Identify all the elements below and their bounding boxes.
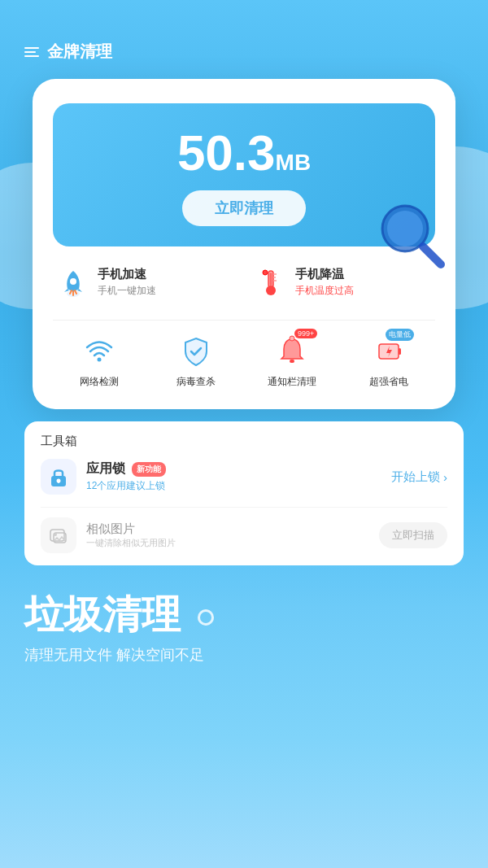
app-title: 金牌清理 [47, 41, 112, 63]
svg-line-2 [423, 246, 441, 264]
toolbox-section: 工具箱 应用锁 新功能 12个应用建议上锁 开始上锁 › [24, 421, 464, 565]
applock-action-label: 开始上锁 [391, 469, 440, 485]
applock-action[interactable]: 开始上锁 › [391, 469, 447, 485]
svg-rect-22 [58, 481, 59, 483]
svg-point-15 [97, 358, 101, 362]
svg-point-9 [266, 286, 276, 295]
menu-icon[interactable] [24, 47, 39, 57]
hero-subtitle: 清理无用文件 解决空间不足 [24, 645, 464, 665]
clean-button[interactable]: 立即清理 [182, 190, 306, 226]
chevron-right-icon: › [443, 470, 447, 484]
card-top-section: 50.3MB 立即清理 [53, 103, 435, 246]
applock-row: 应用锁 新功能 12个应用建议上锁 开始上锁 › [41, 459, 447, 495]
svg-point-1 [387, 211, 423, 246]
thermometer-icon [255, 267, 287, 299]
feature-boost-subtitle: 手机一键加速 [98, 284, 156, 298]
tool-network-label: 网络检测 [80, 375, 119, 389]
svg-rect-16 [290, 360, 294, 363]
svg-rect-19 [399, 348, 401, 355]
svg-point-17 [290, 336, 294, 341]
main-card-wrapper: 50.3MB 立即清理 [0, 79, 488, 409]
tools-row: 网络检测 病毒查杀 [53, 333, 435, 389]
hero-section: 垃圾清理 清理无用文件 解决空间不足 [0, 565, 488, 689]
memory-value: 50.3 [177, 124, 276, 181]
tool-notification-label: 通知栏清理 [268, 375, 316, 389]
applock-new-badge: 新功能 [132, 462, 166, 477]
similar-text: 相似图片 一键清除相似无用图片 [86, 521, 176, 549]
feature-boost-text: 手机加速 手机一键加速 [98, 267, 156, 298]
svg-point-14 [263, 270, 268, 275]
battery-icon: 电量低 [370, 333, 407, 370]
feature-boost-title: 手机加速 [98, 267, 156, 282]
tool-network[interactable]: 网络检测 [53, 333, 146, 389]
bell-icon: 999+ [273, 333, 311, 370]
memory-unit: MB [276, 150, 312, 175]
shield-icon [177, 333, 215, 370]
tool-virus[interactable]: 病毒查杀 [150, 333, 242, 389]
rocket-icon [57, 267, 89, 299]
tool-power-label: 超强省电 [369, 375, 408, 389]
magnifier-icon [374, 198, 447, 271]
applock-title: 应用锁 新功能 [86, 460, 166, 478]
memory-display: 50.3MB [69, 128, 419, 178]
similar-title: 相似图片 [86, 521, 176, 537]
applock-text: 应用锁 新功能 12个应用建议上锁 [86, 460, 166, 493]
main-card: 50.3MB 立即清理 [33, 79, 455, 409]
applock-subtitle: 12个应用建议上锁 [86, 479, 166, 493]
hero-dot-decoration [198, 609, 214, 626]
similar-subtitle: 一键清除相似无用图片 [86, 537, 176, 549]
tool-virus-label: 病毒查杀 [176, 375, 216, 389]
similar-left: 相似图片 一键清除相似无用图片 [41, 517, 176, 553]
feature-cool-text: 手机降温 手机温度过高 [295, 267, 354, 298]
svg-rect-10 [269, 273, 272, 286]
svg-rect-23 [50, 530, 64, 541]
similar-images-row: 相似图片 一键清除相似无用图片 立即扫描 [41, 507, 447, 553]
notification-badge: 999+ [294, 329, 317, 338]
hero-title: 垃圾清理 [24, 594, 464, 637]
power-badge: 电量低 [386, 329, 414, 341]
feature-phone-boost[interactable]: 手机加速 手机一键加速 [53, 263, 238, 303]
feature-cool-title: 手机降温 [295, 267, 354, 282]
svg-point-25 [54, 533, 57, 536]
scan-button[interactable]: 立即扫描 [379, 522, 447, 548]
lock-icon [41, 459, 76, 495]
feature-cool-subtitle: 手机温度过高 [295, 284, 354, 298]
wifi-icon [81, 333, 118, 370]
applock-left: 应用锁 新功能 12个应用建议上锁 [41, 459, 166, 495]
tool-power[interactable]: 电量低 超强省电 [342, 333, 435, 389]
divider-1 [53, 320, 435, 321]
svg-point-4 [70, 278, 76, 285]
tool-notification[interactable]: 999+ 通知栏清理 [246, 333, 339, 389]
toolbox-title: 工具箱 [41, 434, 447, 449]
header: 金牌清理 [0, 0, 488, 71]
images-icon [41, 517, 76, 553]
